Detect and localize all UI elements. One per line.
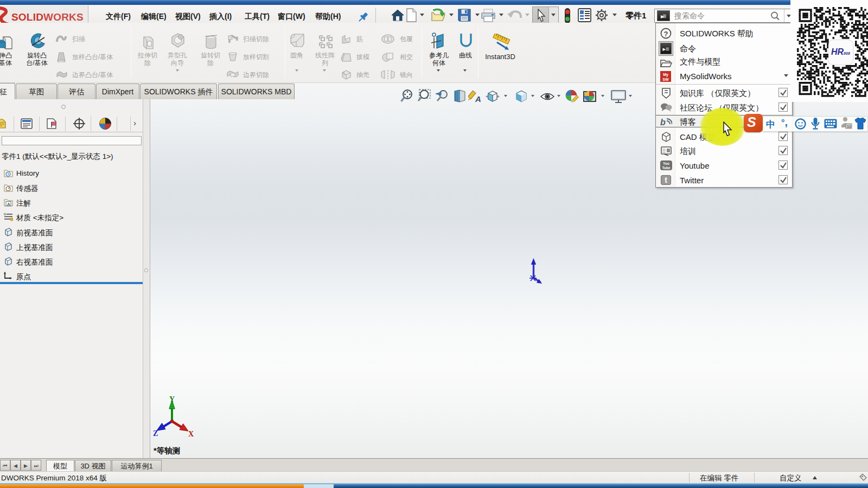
svg-text:?: ? xyxy=(664,30,668,38)
svg-text:10: 10 xyxy=(847,125,851,129)
svg-text:Y: Y xyxy=(169,395,175,403)
svg-text:b: b xyxy=(660,118,666,127)
svg-text:Z: Z xyxy=(153,429,158,438)
svg-text:X: X xyxy=(188,430,194,438)
svg-text:A: A xyxy=(475,94,481,104)
svg-text:A: A xyxy=(7,202,10,207)
